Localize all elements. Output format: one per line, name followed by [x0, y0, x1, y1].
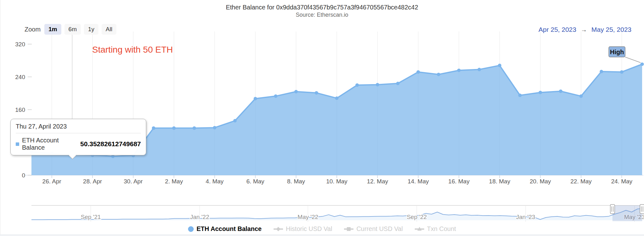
x-tick-label: 28. Apr — [83, 178, 102, 185]
data-point[interactable] — [274, 95, 277, 98]
y-tick-label: 160 — [15, 106, 25, 113]
page-bottom-edge — [0, 234, 644, 236]
x-tick-label: 18. May — [489, 178, 510, 185]
data-point[interactable] — [539, 91, 542, 94]
data-point[interactable] — [620, 70, 624, 74]
navigator-selected-range[interactable] — [613, 205, 642, 221]
legend-item-current-usd[interactable]: Current USD Val — [344, 225, 402, 233]
chart-canvas: 26. Apr28. Apr30. Apr2. May4. May6. May8… — [0, 0, 644, 236]
x-tick-label: 12. May — [367, 178, 388, 185]
data-point[interactable] — [376, 83, 379, 86]
zoom-button-1y[interactable]: 1y — [84, 24, 98, 35]
date-range: Apr 25, 2023 → May 25, 2023 — [538, 26, 631, 33]
tooltip: Thu 27, April 2023 ETH Account Balance 5… — [10, 119, 146, 155]
navigator-label: Sep '21 — [81, 214, 101, 220]
x-tick-label: 26. Apr — [42, 178, 62, 185]
x-tick-label: 30. Apr — [124, 178, 143, 185]
legend-label: Txn Count — [427, 225, 456, 233]
legend-item-eth-balance[interactable]: ETH Account Balance — [188, 225, 262, 233]
zoom-button-all[interactable]: All — [102, 24, 116, 35]
navigator-handle-left[interactable] — [610, 204, 615, 214]
navigator-label: Sep '22 — [407, 214, 427, 220]
x-tick-label: 14. May — [408, 178, 429, 185]
data-point[interactable] — [213, 126, 216, 130]
y-tick-label: 0 — [22, 172, 25, 179]
x-tick-label: 20. May — [530, 178, 551, 185]
data-point[interactable] — [254, 97, 257, 100]
data-point[interactable] — [641, 62, 644, 66]
page-left-edge — [0, 0, 1, 235]
navigator-area — [31, 208, 643, 220]
zoom-button-1m[interactable]: 1m — [44, 24, 61, 35]
data-point[interactable] — [518, 94, 522, 97]
data-point[interactable] — [294, 90, 298, 93]
x-tick-label: 24. May — [611, 178, 632, 185]
data-point[interactable] — [600, 70, 603, 73]
legend-item-txn-count[interactable]: Txn Count — [415, 225, 456, 233]
circle-marker-icon — [188, 226, 194, 232]
data-point[interactable] — [498, 64, 501, 67]
legend-item-historic-usd[interactable]: Historic USD Val — [274, 225, 332, 233]
chart-subtitle: Source: Etherscan.io — [0, 12, 644, 18]
data-point[interactable] — [315, 91, 318, 95]
data-point[interactable] — [192, 126, 196, 130]
zoom-label: Zoom — [25, 26, 41, 33]
range-selector: Zoom 1m 6m 1y All — [25, 24, 116, 35]
data-point[interactable] — [457, 69, 461, 72]
data-point[interactable] — [416, 70, 420, 74]
x-tick-label: 4. May — [206, 178, 224, 185]
x-tick-label: 16. May — [448, 178, 470, 185]
data-point[interactable] — [478, 68, 481, 71]
x-tick-label: 2. May — [165, 178, 183, 185]
data-point[interactable] — [396, 82, 400, 85]
data-point[interactable] — [579, 95, 583, 98]
from-date[interactable]: Apr 25, 2023 — [538, 26, 576, 33]
x-tick-label: 10. May — [326, 178, 347, 185]
y-tick-label: 320 — [15, 41, 25, 48]
tooltip-date: Thu 27, April 2023 — [16, 123, 141, 133]
data-point[interactable] — [152, 126, 155, 130]
zoom-button-6m[interactable]: 6m — [64, 24, 81, 35]
legend-label: Historic USD Val — [286, 225, 332, 233]
chart-page: 26. Apr28. Apr30. Apr2. May4. May6. May8… — [0, 0, 644, 236]
data-point[interactable] — [233, 119, 237, 123]
data-point[interactable] — [355, 83, 359, 87]
data-point[interactable] — [559, 89, 563, 93]
series-swatch-icon — [16, 142, 19, 146]
diamond-marker-icon — [274, 227, 283, 231]
legend-label: ETH Account Balance — [197, 225, 262, 233]
data-point[interactable] — [335, 96, 339, 100]
data-point[interactable] — [437, 73, 440, 76]
tooltip-series-name: ETH Account Balance — [22, 137, 75, 151]
navigator-handle-right[interactable] — [640, 204, 644, 214]
data-point[interactable] — [172, 126, 176, 130]
x-tick-label: 8. May — [287, 178, 305, 185]
legend-label: Current USD Val — [356, 225, 402, 233]
annotation-text: Starting with 50 ETH — [92, 45, 173, 55]
chart-title: Ether Balance for 0x9dda370f43567b9c757a… — [0, 4, 644, 11]
to-date[interactable]: May 25, 2023 — [591, 26, 631, 33]
x-tick-label: 6. May — [247, 178, 265, 185]
arrow-icon: → — [581, 26, 587, 33]
navigator-label: May '22 — [297, 214, 318, 220]
legend: ETH Account Balance Historic USD Val Cur… — [0, 225, 644, 233]
tooltip-value: 50.35282612749687 — [80, 140, 141, 148]
y-tick-label: 240 — [15, 74, 25, 80]
x-tick-label: 22. May — [570, 178, 592, 185]
navigator-label: Jan '23 — [516, 214, 535, 220]
square-marker-icon — [344, 227, 353, 231]
triangle-marker-icon — [415, 227, 424, 231]
flag-connector — [625, 57, 641, 63]
navigator-label: Jan '22 — [190, 214, 209, 220]
high-flag-label: High — [610, 49, 624, 55]
